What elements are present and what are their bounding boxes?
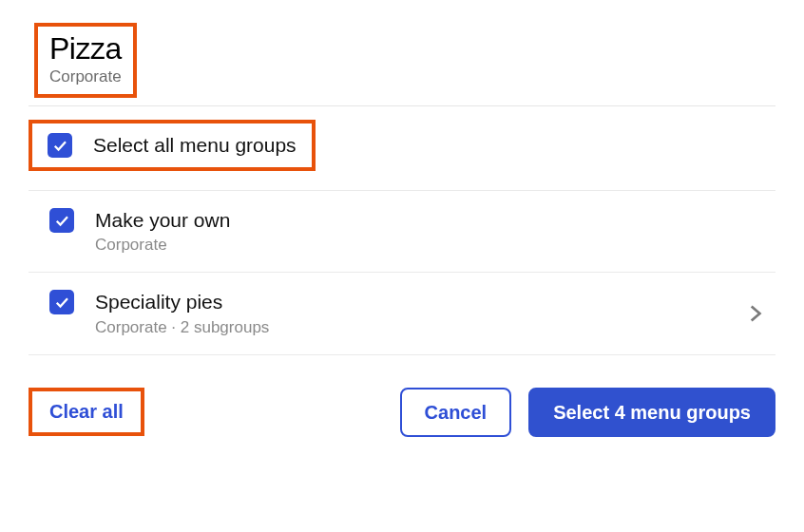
cancel-button[interactable]: Cancel [400,388,512,437]
list-item[interactable]: Make your own Corporate [29,190,775,272]
select-all-highlight-box: Select all menu groups [29,120,316,171]
select-all-checkbox[interactable] [48,133,72,158]
footer-actions: Clear all Cancel Select 4 menu groups [0,355,804,437]
item-checkbox[interactable] [49,290,74,314]
select-all-label: Select all menu groups [93,134,297,157]
expand-chevron[interactable] [737,301,772,326]
select-button[interactable]: Select 4 menu groups [528,388,775,437]
page-subtitle: Corporate [49,67,122,86]
checkmark-icon [53,294,70,311]
checkmark-icon [51,137,68,154]
item-title: Speciality pies [95,290,717,314]
header-highlight-box: Pizza Corporate [34,23,137,98]
clear-all-highlight-box: Clear all [29,388,144,436]
item-subtitle: Corporate · 2 subgroups [95,318,717,337]
page-title: Pizza [49,32,122,66]
item-text: Speciality pies Corporate · 2 subgroups [95,290,717,336]
checkmark-icon [53,212,70,229]
clear-all-button[interactable]: Clear all [49,401,124,422]
list-item[interactable]: Speciality pies Corporate · 2 subgroups [29,272,775,354]
item-checkbox[interactable] [49,208,74,233]
item-text: Make your own Corporate [95,208,772,255]
item-subtitle: Corporate [95,236,772,255]
chevron-right-icon [742,301,767,326]
menu-group-list: Make your own Corporate Speciality pies … [29,190,775,354]
item-title: Make your own [95,208,772,232]
